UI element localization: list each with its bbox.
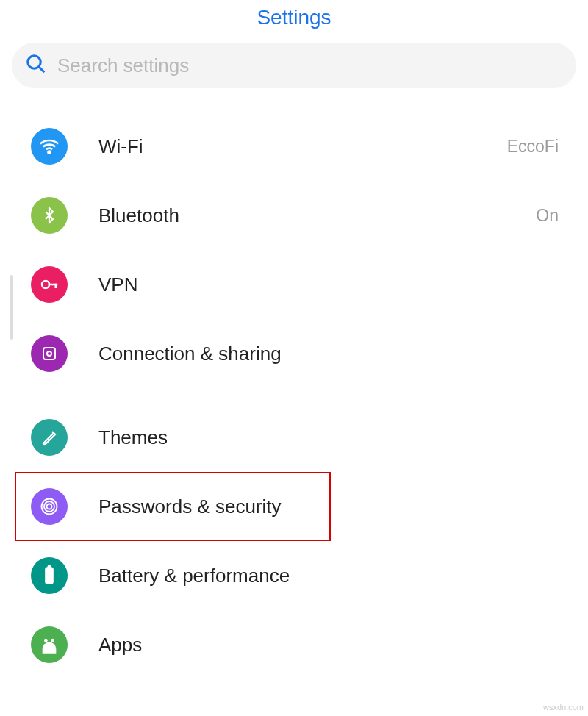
item-label: Battery & performance — [98, 565, 559, 587]
svg-point-8 — [47, 504, 52, 509]
settings-item-bluetooth[interactable]: Bluetooth On — [0, 181, 588, 250]
item-value: On — [536, 206, 559, 226]
search-icon — [25, 53, 57, 78]
svg-point-14 — [51, 639, 54, 642]
item-value: EccoFi — [507, 137, 559, 157]
svg-point-0 — [28, 56, 41, 69]
header: Settings — [0, 0, 588, 43]
svg-point-3 — [42, 281, 49, 288]
fingerprint-icon — [31, 488, 68, 525]
vpn-icon — [31, 266, 68, 303]
settings-item-apps[interactable]: Apps — [0, 610, 588, 679]
svg-rect-12 — [45, 567, 54, 584]
settings-item-vpn[interactable]: VPN — [0, 250, 588, 319]
item-label: Passwords & security — [98, 495, 559, 518]
svg-rect-6 — [43, 348, 55, 359]
battery-icon — [31, 557, 68, 594]
search-input[interactable] — [57, 54, 563, 77]
svg-point-9 — [44, 501, 54, 512]
settings-list: Wi-Fi EccoFi Bluetooth On VPN — [0, 112, 588, 679]
connection-icon — [31, 335, 68, 372]
item-label: VPN — [98, 273, 559, 296]
svg-rect-5 — [55, 284, 57, 288]
watermark: wsxdn.com — [543, 703, 584, 712]
themes-icon — [31, 419, 68, 456]
svg-line-1 — [39, 67, 45, 73]
item-label: Bluetooth — [98, 204, 536, 227]
item-label: Wi-Fi — [98, 135, 507, 158]
item-label: Connection & sharing — [98, 343, 559, 365]
settings-item-wifi[interactable]: Wi-Fi EccoFi — [0, 112, 588, 181]
svg-point-7 — [47, 351, 51, 356]
item-label: Apps — [98, 634, 559, 656]
svg-point-2 — [48, 151, 50, 154]
wifi-icon — [31, 128, 68, 165]
settings-item-passwords[interactable]: Passwords & security — [0, 472, 588, 541]
svg-point-13 — [44, 639, 48, 642]
settings-item-connection[interactable]: Connection & sharing — [0, 319, 588, 388]
item-label: Themes — [98, 426, 559, 449]
bluetooth-icon — [31, 197, 68, 234]
settings-item-battery[interactable]: Battery & performance — [0, 541, 588, 610]
apps-icon — [31, 626, 68, 663]
page-title: Settings — [0, 6, 588, 29]
settings-item-themes[interactable]: Themes — [0, 403, 588, 472]
search-bar[interactable] — [12, 43, 576, 88]
